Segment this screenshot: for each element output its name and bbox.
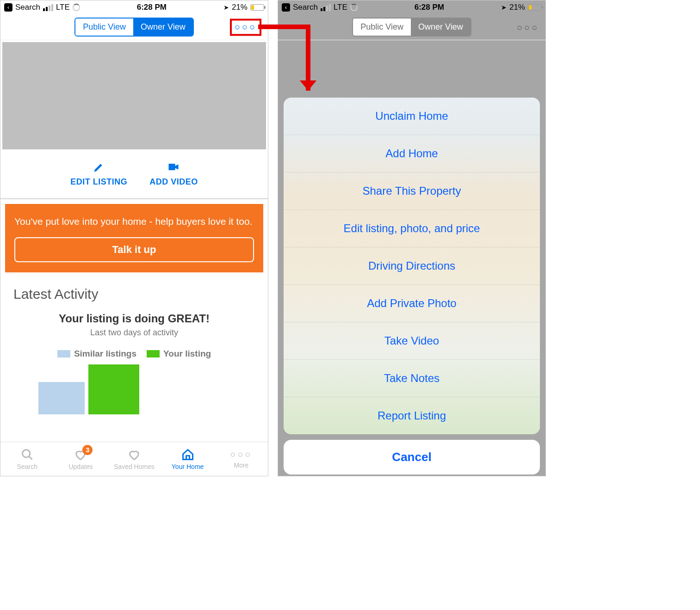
tab-more-label: More (234, 462, 248, 469)
bottom-tab-bar: Search 3 Updates Saved Homes Your Home ○… (0, 442, 268, 476)
ellipsis-icon: ○○○ (230, 449, 252, 460)
modal-backdrop[interactable] (278, 0, 545, 476)
battery-icon (528, 4, 542, 11)
view-segmented-control: Public View Owner View (352, 18, 471, 37)
phone-left: ‹ Search LTE 6:28 PM ➤ 21% Public View O… (0, 0, 268, 476)
tab-updates-label: Updates (68, 463, 93, 470)
legend-swatch-yours (147, 350, 160, 357)
status-bar: ‹ Search LTE 6:28 PM ➤ 21% (0, 0, 268, 14)
more-options-button[interactable]: ○○○ (230, 18, 261, 36)
promo-banner-text: You've put love into your home - help bu… (14, 214, 254, 229)
segment-owner-view: Owner View (411, 18, 471, 36)
talk-it-up-button[interactable]: Talk it up (14, 237, 254, 262)
more-icon: ○○○ (517, 22, 539, 32)
bar-your-listing (88, 364, 139, 414)
loading-spinner-icon (73, 4, 80, 11)
loading-spinner-icon (350, 4, 358, 11)
phone-right: ‹ Search LTE 6:28 PM ➤ 21% Public View O… (278, 0, 546, 476)
bar-similar-listings (38, 382, 85, 414)
house-icon (181, 448, 194, 461)
listing-actions-row: EDIT LISTING ADD VIDEO (0, 151, 268, 199)
tab-your-home[interactable]: Your Home (161, 442, 215, 476)
tab-your-home-label: Your Home (172, 463, 204, 470)
chart-legend: Similar listings Your listing (13, 349, 255, 359)
activity-title: Your listing is doing GREAT! (13, 312, 255, 325)
tab-more[interactable]: ○○○ More (214, 442, 268, 476)
location-icon: ➤ (501, 4, 507, 11)
battery-icon (250, 4, 264, 11)
status-time: 6:28 PM (137, 3, 167, 12)
tab-search[interactable]: Search (0, 442, 54, 476)
more-options-button[interactable]: ○○○ (517, 22, 539, 32)
top-bar: Public View Owner View ○○○ (278, 14, 545, 40)
heart-icon (128, 448, 141, 461)
back-chevron-icon[interactable]: ‹ (4, 3, 12, 12)
updates-badge: 3 (82, 445, 93, 455)
tab-search-label: Search (17, 463, 37, 470)
activity-heading: Latest Activity (13, 286, 255, 302)
back-chevron-icon[interactable]: ‹ (282, 3, 290, 12)
activity-card: Latest Activity Your listing is doing GR… (5, 277, 263, 414)
more-icon: ○○○ (235, 21, 257, 31)
signal-icon (43, 4, 53, 11)
promo-banner: You've put love into your home - help bu… (5, 204, 263, 272)
listing-hero-image[interactable] (2, 42, 266, 149)
status-back-label[interactable]: Search (293, 3, 318, 12)
tab-updates[interactable]: 3 Updates (54, 442, 108, 476)
edit-listing-button[interactable]: EDIT LISTING (70, 160, 127, 187)
top-bar: Public View Owner View ○○○ (0, 14, 268, 40)
status-battery-pct: 21% (509, 3, 525, 12)
view-segmented-control[interactable]: Public View Owner View (74, 18, 193, 37)
edit-listing-label: EDIT LISTING (70, 177, 127, 187)
status-time: 6:28 PM (415, 3, 444, 12)
segment-public-view: Public View (353, 18, 411, 36)
status-network: LTE (56, 3, 70, 12)
add-video-label: ADD VIDEO (149, 177, 198, 187)
status-back-label[interactable]: Search (15, 3, 40, 12)
activity-bar-chart (13, 364, 255, 414)
status-network: LTE (334, 3, 347, 12)
magnifier-icon (21, 448, 34, 461)
legend-swatch-similar (57, 350, 70, 357)
segment-owner-view[interactable]: Owner View (133, 18, 193, 36)
video-camera-icon (167, 160, 180, 173)
legend-label-similar: Similar listings (74, 349, 136, 358)
status-battery-pct: 21% (232, 3, 248, 12)
add-video-button[interactable]: ADD VIDEO (149, 160, 198, 187)
signal-icon (321, 4, 331, 11)
pencil-icon (93, 160, 105, 173)
svg-point-0 (22, 450, 30, 457)
legend-label-yours: Your listing (163, 349, 211, 358)
segment-public-view[interactable]: Public View (75, 18, 133, 36)
status-bar: ‹ Search LTE 6:28 PM ➤ 21% (278, 0, 545, 14)
location-icon: ➤ (223, 4, 229, 11)
tab-saved-label: Saved Homes (114, 463, 155, 470)
tab-saved-homes[interactable]: Saved Homes (107, 442, 161, 476)
activity-subtitle: Last two days of activity (13, 328, 255, 338)
